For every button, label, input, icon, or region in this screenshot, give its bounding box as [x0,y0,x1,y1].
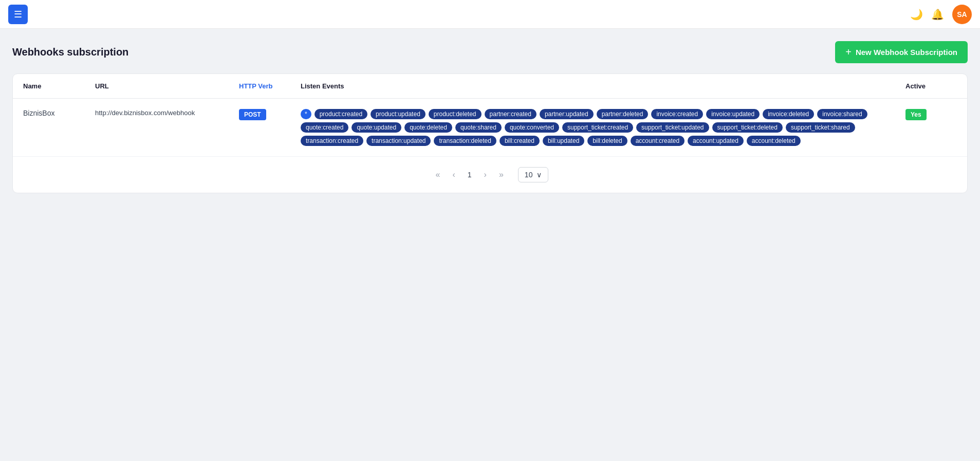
event-tag: invoice:created [651,109,703,119]
event-tag: partner:updated [540,109,594,119]
row-url: http://dev.biznisbox.com/webhook [95,109,239,117]
event-tag: support_ticket:deleted [712,122,783,133]
event-tag: transaction:updated [366,136,431,146]
event-tag: quote:created [301,122,348,133]
row-active: Yes [905,109,957,120]
col-header-http-verb: HTTP Verb [239,82,301,90]
active-badge: Yes [905,109,927,120]
event-tag: partner:created [485,109,537,119]
event-tag: invoice:updated [706,109,760,119]
event-tag: bill:deleted [587,136,627,146]
per-page-select[interactable]: 10 ∨ [518,167,549,182]
table-row: BiznisBox http://dev.biznisbox.com/webho… [13,99,967,157]
event-tag: support_ticket:shared [786,122,855,133]
chevron-down-icon: ∨ [537,171,542,179]
menu-button[interactable]: ☰ [8,5,28,24]
event-tag: account:updated [688,136,744,146]
event-tag: product:deleted [429,109,482,119]
pagination-current-page: 1 [464,169,476,181]
pagination: « ‹ 1 › » 10 ∨ [13,157,967,193]
event-tag: quote:deleted [404,122,452,133]
hamburger-icon: ☰ [14,9,22,20]
pagination-last[interactable]: » [495,168,508,181]
event-tag: bill:updated [543,136,584,146]
topbar: ☰ 🌙 🔔 SA [0,0,980,29]
table-header: Name URL HTTP Verb Listen Events Active [13,74,967,99]
bell-icon: 🔔 [931,8,944,21]
event-tag: bill:created [500,136,540,146]
webhooks-table: Name URL HTTP Verb Listen Events Active … [12,73,968,193]
avatar[interactable]: SA [952,5,972,24]
pagination-first[interactable]: « [432,168,445,181]
notifications-button[interactable]: 🔔 [931,8,944,21]
event-tag: quote:shared [455,122,502,133]
plus-icon: + [845,46,852,58]
event-tag: quote:converted [505,122,559,133]
event-tag: transaction:created [301,136,363,146]
main-content: Webhooks subscription + New Webhook Subs… [0,29,980,206]
row-http-verb: POST [239,109,301,120]
event-tag: quote:updated [352,122,401,133]
per-page-value: 10 [525,171,533,179]
topbar-right: 🌙 🔔 SA [910,5,972,24]
moon-icon: 🌙 [910,8,923,21]
event-tag: partner:deleted [597,109,649,119]
page-header: Webhooks subscription + New Webhook Subs… [12,41,968,63]
event-tag: support_ticket:created [562,122,633,133]
topbar-left: ☰ [8,5,28,24]
row-name: BiznisBox [23,109,95,117]
row-events: *product:createdproduct:updatedproduct:d… [301,109,905,146]
event-tag: invoice:shared [817,109,867,119]
event-tag: support_ticket:updated [636,122,709,133]
post-badge: POST [239,109,266,120]
col-header-listen-events: Listen Events [301,82,905,90]
event-tag: transaction:deleted [434,136,496,146]
event-tag: account:deleted [747,136,801,146]
page-title: Webhooks subscription [12,46,128,58]
event-tag: invoice:deleted [763,109,814,119]
event-tag: * [301,109,311,119]
event-tag: account:created [631,136,685,146]
pagination-prev[interactable]: ‹ [448,168,459,181]
pagination-next[interactable]: › [480,168,491,181]
col-header-url: URL [95,82,239,90]
col-header-active: Active [905,82,957,90]
event-tag: product:created [315,109,367,119]
dark-mode-button[interactable]: 🌙 [910,8,923,21]
col-header-name: Name [23,82,95,90]
event-tag: product:updated [371,109,426,119]
new-webhook-button[interactable]: + New Webhook Subscription [835,41,968,63]
